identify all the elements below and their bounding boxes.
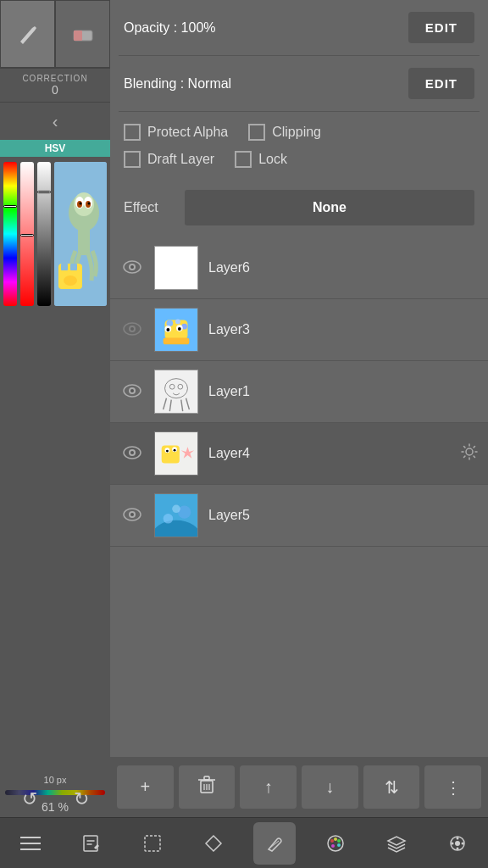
more-options-button[interactable]: ⋮ [424, 765, 481, 809]
layer-item[interactable]: Layer4 [110, 423, 488, 485]
protect-alpha-box [124, 124, 141, 141]
svg-rect-35 [155, 370, 197, 413]
layer-thumbnail [154, 493, 198, 537]
svg-point-74 [330, 839, 334, 843]
nav-edit-button[interactable] [70, 822, 113, 865]
undo-redo-toolbar: ↺ ↻ [0, 782, 110, 817]
reorder-button[interactable]: ⇅ [363, 765, 420, 809]
canvas-preview [54, 162, 107, 306]
nav-brush-button[interactable] [253, 822, 296, 865]
svg-point-81 [452, 842, 454, 844]
layer-actions: + ↑ ↓ ⇅ ⋮ [110, 757, 488, 817]
clipping-checkbox[interactable]: Clipping [248, 124, 321, 141]
eraser-tool-btn[interactable] [55, 0, 110, 68]
svg-point-84 [457, 847, 459, 849]
layer-thumbnail [154, 370, 198, 414]
svg-rect-27 [164, 338, 190, 345]
opacity-row: Opacity : 100% EDIT [110, 0, 488, 55]
hue-slider[interactable] [3, 162, 17, 306]
blending-row: Blending : Normal EDIT [110, 56, 488, 111]
layer-gear-icon[interactable] [461, 443, 478, 465]
effect-label: Effect [124, 200, 175, 215]
effect-value[interactable]: None [185, 190, 474, 225]
svg-point-58 [164, 514, 174, 524]
svg-point-55 [130, 513, 134, 516]
correction-label: CORRECTION [5, 74, 105, 83]
svg-point-52 [466, 448, 473, 455]
svg-point-83 [457, 837, 459, 839]
color-sliders [0, 157, 110, 771]
move-up-button[interactable]: ↑ [240, 765, 297, 809]
svg-point-31 [178, 327, 181, 331]
nav-transform-button[interactable] [192, 822, 235, 865]
svg-point-11 [88, 203, 91, 205]
blending-edit-button[interactable]: EDIT [408, 68, 474, 99]
protect-alpha-label: Protect Alpha [147, 125, 228, 140]
draft-layer-checkbox[interactable]: Draft Layer [124, 151, 214, 168]
layer-visibility-icon[interactable] [120, 382, 144, 402]
checkbox-row-2: Draft Layer Lock [124, 151, 474, 168]
layer-visibility-icon[interactable] [120, 444, 144, 464]
undo-button[interactable]: ↺ [22, 788, 37, 810]
nav-selection-button[interactable] [131, 822, 174, 865]
effect-row: Effect None [110, 190, 488, 237]
move-down-button[interactable]: ↓ [302, 765, 358, 809]
lock-checkbox[interactable]: Lock [235, 151, 287, 168]
left-sidebar: CORRECTION 0 ‹ HSV [0, 0, 110, 868]
back-button[interactable]: ‹ [0, 103, 110, 140]
svg-point-51 [174, 449, 176, 452]
opacity-label: Opacity : 100% [124, 20, 216, 36]
layer-thumbnail [154, 431, 198, 476]
svg-point-82 [462, 842, 464, 844]
add-layer-button[interactable]: + [117, 765, 174, 809]
layer-name: Layer6 [208, 260, 478, 275]
svg-point-25 [175, 320, 180, 325]
lock-label: Lock [258, 152, 287, 167]
clipping-box [248, 124, 265, 141]
svg-point-75 [334, 837, 337, 841]
svg-point-21 [130, 327, 134, 331]
hsv-label: HSV [0, 140, 110, 157]
pencil-tool-btn[interactable] [0, 0, 55, 68]
svg-point-77 [337, 843, 341, 847]
nav-palette-button[interactable] [314, 822, 357, 865]
lock-box [235, 151, 252, 168]
layer-visibility-icon[interactable] [120, 259, 144, 278]
checkbox-row-1: Protect Alpha Clipping [124, 124, 474, 141]
svg-rect-13 [61, 264, 68, 270]
layer-item[interactable]: Layer6 [110, 237, 488, 299]
layer-thumbnail [154, 246, 198, 290]
svg-point-60 [172, 505, 180, 514]
layer-name: Layer1 [208, 384, 478, 399]
svg-rect-14 [70, 264, 77, 270]
layer-visibility-icon[interactable] [120, 320, 144, 340]
layer-item[interactable]: Layer1 [110, 361, 488, 423]
protect-alpha-checkbox[interactable]: Protect Alpha [124, 124, 228, 141]
saturation-slider[interactable] [20, 162, 34, 306]
layers-panel: Opacity : 100% EDIT Blending : Normal ED… [110, 0, 488, 817]
svg-point-30 [166, 328, 169, 331]
layer-name: Layer3 [208, 322, 478, 337]
svg-point-10 [80, 203, 82, 205]
svg-rect-1 [74, 31, 82, 41]
correction-area: CORRECTION 0 [0, 68, 110, 103]
svg-point-18 [130, 265, 134, 269]
nav-settings-button[interactable] [436, 822, 479, 865]
svg-point-45 [130, 451, 134, 454]
layer-item[interactable]: Layer3 [110, 299, 488, 361]
value-slider[interactable] [37, 162, 51, 306]
svg-point-15 [64, 275, 77, 286]
draft-layer-label: Draft Layer [147, 152, 214, 167]
checkboxes-area: Protect Alpha Clipping Draft Layer Lock [110, 112, 488, 190]
layers-list: Layer6 [110, 237, 488, 757]
nav-layers-button[interactable] [375, 822, 418, 865]
nav-menu-button[interactable] [9, 822, 52, 865]
svg-point-80 [455, 841, 460, 846]
svg-rect-71 [145, 836, 160, 851]
opacity-edit-button[interactable]: EDIT [408, 12, 474, 43]
layer-visibility-icon[interactable] [120, 506, 144, 526]
empty-space [110, 547, 488, 598]
layer-item[interactable]: Layer5 [110, 485, 488, 547]
redo-button[interactable]: ↻ [74, 788, 89, 810]
delete-layer-button[interactable] [179, 765, 236, 809]
